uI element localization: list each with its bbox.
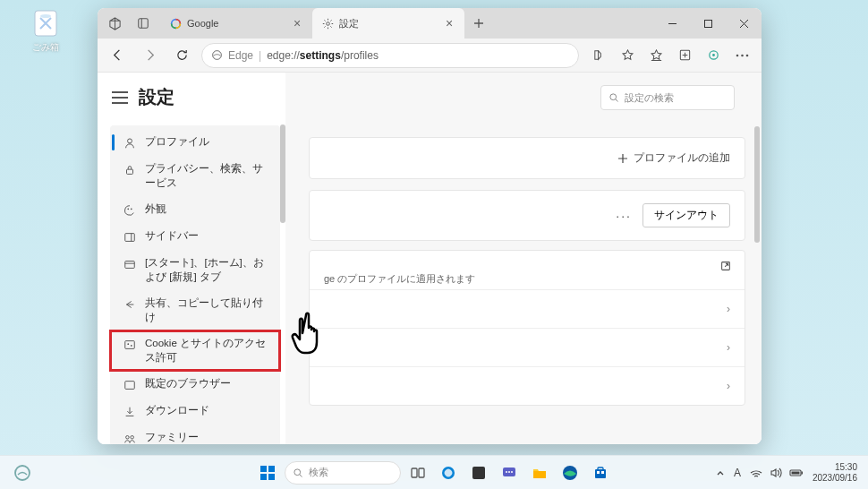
address-bar[interactable]: Edge | edge://settings/profiles [201,43,579,68]
extensions-icon[interactable] [701,43,726,68]
new-tab-button[interactable] [468,13,489,34]
tab-settings-label: 設定 [339,17,438,30]
sidebar-item-share[interactable]: 共有、コピーして貼り付け [110,290,280,330]
store-icon[interactable] [587,459,614,486]
paint-icon [123,203,136,217]
svg-line-45 [300,474,302,476]
svg-point-44 [294,468,301,475]
recycle-bin-label: ごみ箱 [23,41,68,54]
main-scrollbar[interactable] [754,126,760,243]
tab-actions-icon[interactable] [135,15,151,31]
sidebar-item-start[interactable]: [スタート]、[ホーム]、および [新規] タブ [110,250,280,290]
forward-button[interactable] [137,43,162,68]
svg-point-29 [130,435,133,439]
profile-card: ··· サインアウト [309,190,745,241]
list-item[interactable]: › [310,328,745,366]
svg-point-19 [130,208,132,210]
ime-indicator[interactable]: A [734,467,741,479]
open-external-icon[interactable] [719,260,732,272]
sidebar-item-sidebar[interactable]: サイドバー [110,223,280,250]
close-window-button[interactable] [726,8,762,39]
list-item[interactable]: › [310,366,745,405]
volume-icon[interactable] [770,468,782,478]
toolbar: Edge | edge://settings/profiles [98,39,762,73]
person-icon [123,136,136,150]
edge-taskbar-icon[interactable] [557,459,583,486]
hamburger-icon[interactable] [112,91,128,104]
sidebar-item-cookies[interactable]: Cookie とサイトのアクセス許可 [110,330,280,371]
close-icon[interactable]: × [443,17,455,30]
add-profile-button[interactable]: プロファイルの追加 [617,150,730,166]
family-icon [123,432,136,444]
chevron-right-icon: › [727,341,730,354]
more-actions-button[interactable]: ··· [616,209,632,223]
signout-button[interactable]: サインアウト [642,203,730,227]
tray-chevron-icon[interactable] [716,468,725,477]
network-icon[interactable] [750,468,762,478]
svg-rect-43 [268,474,275,480]
recycle-bin-icon [30,7,62,39]
svg-point-52 [508,471,510,473]
start-button[interactable] [254,459,281,486]
sidebar-item-downloads[interactable]: ダウンロード [110,398,280,425]
favorites-bar-icon[interactable] [643,43,668,68]
settings-search-input[interactable]: 設定の検索 [600,85,735,110]
svg-point-13 [736,54,738,56]
refresh-button[interactable] [169,43,194,68]
browser-icon [123,378,136,391]
svg-point-25 [127,343,129,345]
taskbar-clock[interactable]: 15:30 2023/09/16 [813,462,857,484]
desktop-recycle-bin[interactable]: ごみ箱 [23,7,68,54]
svg-rect-57 [598,468,603,470]
svg-point-14 [741,54,744,56]
chevron-right-icon: › [727,380,730,392]
maximize-button[interactable] [690,8,726,39]
favorites-icon[interactable] [615,43,640,68]
back-button[interactable] [105,43,130,68]
collections-icon[interactable] [672,43,697,68]
list-item[interactable]: › [310,289,745,328]
google-favicon-icon [169,17,182,30]
settings-main: 設定の検索 プロファイルの追加 ··· サインアウト [285,73,762,444]
sidebar-item-privacy[interactable]: プライバシー、検索、サービス [110,156,280,196]
svg-point-12 [712,54,715,56]
menu-button[interactable] [729,43,754,68]
svg-point-15 [745,54,748,56]
svg-rect-46 [412,468,417,477]
profile-header-card: プロファイルの追加 [309,137,745,179]
taskbar-app-icon[interactable] [465,459,492,486]
chat-icon[interactable] [496,459,523,486]
titlebar: Google × 設定 × [98,8,762,39]
taskbar-search-input[interactable]: 検索 [285,461,401,485]
copilot-icon[interactable] [435,459,462,486]
sidebar-item-profile[interactable]: プロファイル [110,129,280,156]
tab-settings[interactable]: 設定 × [312,8,464,39]
svg-rect-62 [791,471,799,474]
workspaces-icon[interactable] [106,15,123,31]
svg-rect-49 [472,467,485,479]
svg-rect-24 [124,340,134,348]
sidebar-item-default-browser[interactable]: 既定のブラウザー [110,371,280,398]
tab-google-label: Google [187,18,285,29]
minimize-button[interactable] [654,8,690,39]
task-view-icon[interactable] [404,459,431,486]
sidebar-item-appearance[interactable]: 外観 [110,196,280,223]
search-icon [608,92,619,103]
widgets-icon[interactable] [9,459,36,486]
battery-icon[interactable] [789,468,804,477]
tab-google[interactable]: Google × [160,8,312,39]
svg-rect-58 [597,471,600,474]
svg-point-26 [130,345,132,347]
chevron-right-icon: › [727,303,730,315]
lock-icon [123,163,136,176]
taskbar: 検索 A 15:30 2023/09/16 [0,455,868,489]
svg-rect-61 [801,471,803,474]
read-aloud-icon[interactable] [586,43,611,68]
svg-rect-47 [419,468,424,477]
explorer-icon[interactable] [526,459,553,486]
svg-line-37 [616,99,618,102]
sidebar-item-family[interactable]: ファミリー [110,425,280,444]
svg-rect-54 [533,471,546,478]
svg-rect-59 [601,471,604,474]
close-icon[interactable]: × [291,17,303,30]
